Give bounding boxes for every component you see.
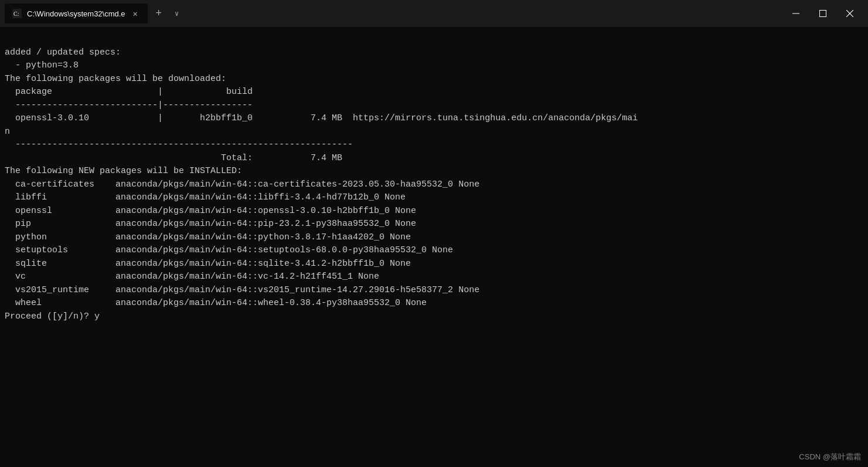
svg-rect-3 (820, 11, 826, 17)
terminal-line: pip anaconda/pkgs/main/win-64::pip-23.2.… (5, 218, 863, 231)
terminal-line: openssl anaconda/pkgs/main/win-64::opens… (5, 205, 863, 218)
cmd-icon: C: (12, 8, 22, 19)
terminal-line: vs2015_runtime anaconda/pkgs/main/win-64… (5, 284, 863, 297)
terminal-line: libffi anaconda/pkgs/main/win-64::libffi… (5, 191, 863, 205)
terminal-line: package | build (5, 86, 863, 99)
active-tab[interactable]: C: C:\Windows\system32\cmd.e ✕ (5, 4, 148, 23)
terminal-line: The following packages will be downloade… (5, 73, 863, 86)
svg-text:C:: C: (13, 11, 19, 17)
window-controls (782, 0, 863, 27)
tab-title: C:\Windows\system32\cmd.e (27, 9, 125, 18)
minimize-button[interactable] (782, 0, 809, 27)
terminal-line: sqlite anaconda/pkgs/main/win-64::sqlite… (5, 258, 863, 271)
terminal-line: openssl-3.0.10 | h2bbff1b_0 7.4 MB https… (5, 112, 863, 126)
terminal-line: The following NEW packages will be INSTA… (5, 165, 863, 178)
tab-area: C: C:\Windows\system32\cmd.e ✕ + ∨ (5, 4, 782, 23)
terminal-line: vc anaconda/pkgs/main/win-64::vc-14.2-h2… (5, 270, 863, 284)
terminal-line: wheel anaconda/pkgs/main/win-64::wheel-0… (5, 297, 863, 310)
tab-dropdown-button[interactable]: ∨ (169, 5, 185, 22)
terminal-line: Total: 7.4 MB (5, 152, 863, 165)
terminal-line: added / updated specs: (5, 46, 863, 60)
terminal-line: ----------------------------------------… (5, 138, 863, 152)
terminal-line: n (5, 126, 863, 139)
terminal-line: ---------------------------|------------… (5, 99, 863, 113)
terminal-content[interactable]: added / updated specs: - python=3.8The f… (0, 27, 868, 467)
titlebar: C: C:\Windows\system32\cmd.e ✕ + ∨ (0, 0, 868, 27)
close-button[interactable] (836, 0, 863, 27)
terminal-line: - python=3.8 (5, 59, 863, 73)
svg-rect-2 (792, 13, 799, 14)
new-tab-button[interactable]: + (149, 4, 169, 23)
terminal-line: python anaconda/pkgs/main/win-64::python… (5, 231, 863, 245)
tab-close-button[interactable]: ✕ (130, 8, 141, 19)
terminal-line: Proceed ([y]/n)? y (5, 310, 863, 324)
terminal-line: ca-certificates anaconda/pkgs/main/win-6… (5, 178, 863, 192)
watermark: CSDN @落叶霜霜 (799, 452, 861, 462)
maximize-button[interactable] (809, 0, 836, 27)
terminal-line: setuptools anaconda/pkgs/main/win-64::se… (5, 244, 863, 258)
